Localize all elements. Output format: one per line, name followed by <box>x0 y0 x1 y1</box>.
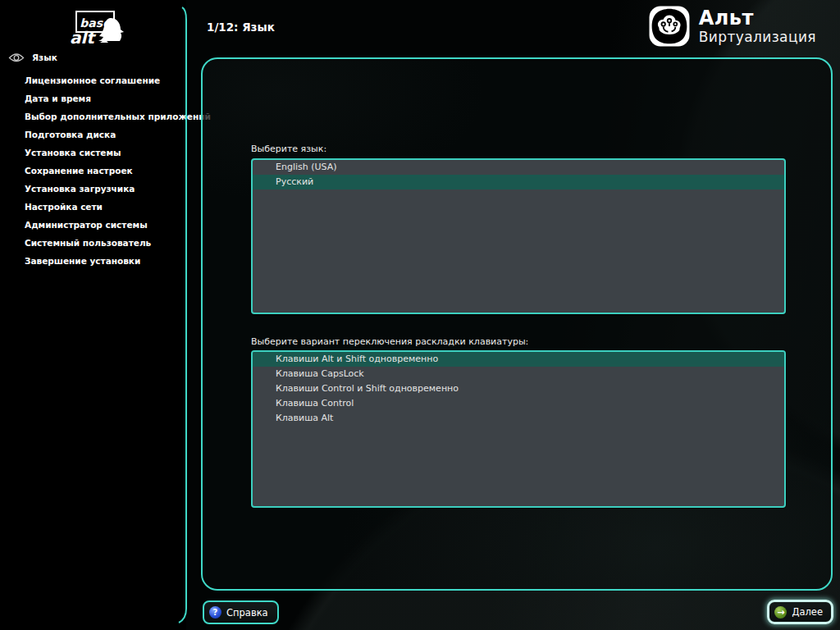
sidebar-step: Установка системы <box>25 144 211 162</box>
sidebar-step: Системный пользователь <box>25 234 211 252</box>
keyboard-select-label: Выберите вариант переключения раскладки … <box>251 336 528 347</box>
basealt-logo: base alt <box>62 7 133 49</box>
help-button[interactable]: ? Справка <box>203 600 279 624</box>
list-option[interactable]: Клавиша Control <box>253 396 784 411</box>
eye-icon <box>8 52 25 63</box>
sidebar-step: Дата и время <box>25 89 211 107</box>
brand-product: Виртуализация <box>699 29 816 46</box>
language-listbox[interactable]: English (USA)Русский <box>251 158 786 314</box>
sidebar-step: Выбор дополнительных приложений <box>25 107 211 126</box>
sidebar: base alt Язык Лицензионное соглашениеДат… <box>0 0 186 630</box>
list-option[interactable]: Клавиши Alt и Shift одновременно <box>253 352 784 367</box>
sidebar-step: Администратор системы <box>25 216 211 234</box>
list-option[interactable]: Клавиши Control и Shift одновременно <box>253 381 784 396</box>
list-option[interactable]: Клавиша CapsLock <box>253 367 784 381</box>
page-title: 1/12: Язык <box>207 21 275 34</box>
brand: Альт Виртуализация <box>649 6 816 47</box>
next-button[interactable]: → Далее <box>767 600 833 624</box>
arrow-right-icon: → <box>774 606 787 619</box>
question-icon: ? <box>209 606 221 619</box>
language-select-label: Выберите язык: <box>251 144 326 154</box>
sidebar-step: Лицензионное соглашение <box>25 71 211 89</box>
list-option[interactable]: Клавиша Alt <box>253 411 784 426</box>
help-button-label: Справка <box>226 607 268 619</box>
basealt-logo-alt-text: alt <box>70 28 96 48</box>
sidebar-step: Установка загрузчика <box>25 180 211 198</box>
installer-window: base alt Язык Лицензионное соглашениеДат… <box>0 0 840 630</box>
sidebar-step: Завершение установки <box>25 252 211 270</box>
sidebar-current-step-label: Язык <box>32 52 57 62</box>
alt-sprout-icon <box>649 6 690 47</box>
sidebar-step: Сохранение настроек <box>25 162 211 180</box>
brand-name: Альт <box>699 7 816 29</box>
list-option[interactable]: English (USA) <box>253 160 784 175</box>
sidebar-current-step: Язык <box>8 49 57 66</box>
content-panel: Выберите язык: English (USA)Русский Выбе… <box>201 57 833 591</box>
sidebar-step: Подготовка диска <box>25 126 211 144</box>
list-option[interactable]: Русский <box>253 175 784 189</box>
sidebar-steps: Лицензионное соглашениеДата и времяВыбор… <box>25 71 211 270</box>
keyboard-listbox[interactable]: Клавиши Alt и Shift одновременноКлавиша … <box>251 350 786 508</box>
next-button-label: Далее <box>792 606 823 618</box>
sidebar-step: Настройка сети <box>25 198 211 216</box>
brand-text: Альт Виртуализация <box>699 7 816 46</box>
